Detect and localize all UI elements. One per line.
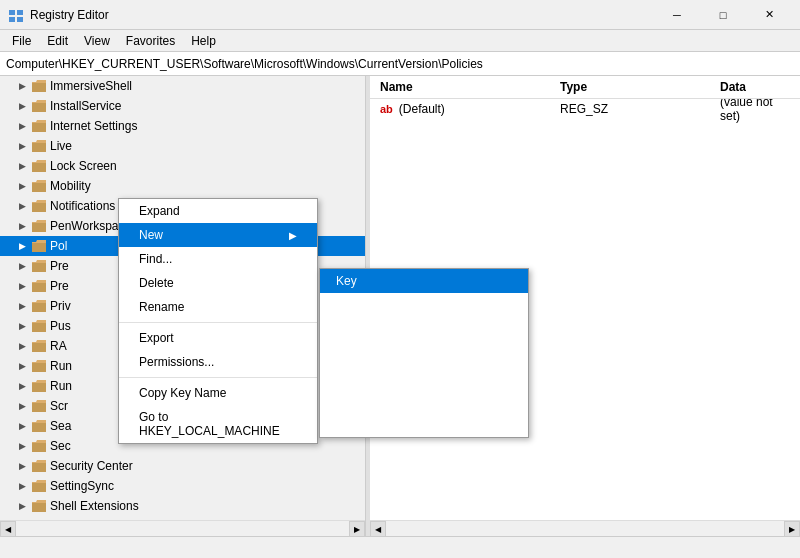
expand-icon: ▶ xyxy=(16,440,28,452)
svg-rect-1 xyxy=(17,10,23,15)
window-controls: ─ □ ✕ xyxy=(654,0,792,30)
scroll-track[interactable] xyxy=(16,521,349,536)
folder-icon xyxy=(31,138,47,154)
folder-icon xyxy=(31,378,47,394)
tree-item-live[interactable]: ▶ Live xyxy=(0,136,365,156)
folder-icon xyxy=(31,278,47,294)
ctx-goto-hklm[interactable]: Go to HKEY_LOCAL_MACHINE xyxy=(119,405,317,443)
expand-icon: ▶ xyxy=(16,380,28,392)
right-scroll-left[interactable]: ◀ xyxy=(370,521,386,536)
cell-type: REG_SZ xyxy=(550,100,710,118)
sub-expandable-value[interactable]: Expandable String Value xyxy=(320,413,528,437)
tree-label: Sea xyxy=(50,419,71,433)
submenu: Key String Value Binary Value DWORD (32-… xyxy=(319,268,529,438)
tree-label: RA xyxy=(50,339,67,353)
tree-label: Notifications xyxy=(50,199,115,213)
svg-rect-3 xyxy=(17,17,23,22)
scroll-left-btn[interactable]: ◀ xyxy=(0,521,16,537)
expand-icon: ▶ xyxy=(16,360,28,372)
close-btn[interactable]: ✕ xyxy=(746,0,792,30)
ctx-sep2 xyxy=(119,377,317,378)
right-scroll-right[interactable]: ▶ xyxy=(784,521,800,536)
menu-file[interactable]: File xyxy=(4,32,39,50)
ctx-export[interactable]: Export xyxy=(119,326,317,350)
tree-label: Run xyxy=(50,359,72,373)
ctx-delete[interactable]: Delete xyxy=(119,271,317,295)
tree-item-installservice[interactable]: ▶ InstallService xyxy=(0,96,365,116)
folder-icon xyxy=(31,98,47,114)
expand-icon: ▶ xyxy=(16,480,28,492)
svg-rect-0 xyxy=(9,10,15,15)
maximize-btn[interactable]: □ xyxy=(700,0,746,30)
col-data: Data xyxy=(710,78,800,96)
sub-qword-value[interactable]: QWORD (64-bit) Value xyxy=(320,365,528,389)
tree-label: Pol xyxy=(50,239,67,253)
menu-favorites[interactable]: Favorites xyxy=(118,32,183,50)
tree-label: Pre xyxy=(50,259,69,273)
folder-icon xyxy=(31,218,47,234)
menu-view[interactable]: View xyxy=(76,32,118,50)
ctx-rename[interactable]: Rename xyxy=(119,295,317,319)
folder-icon xyxy=(31,458,47,474)
registry-row-default[interactable]: ab (Default) REG_SZ (value not set) xyxy=(370,99,800,119)
menu-edit[interactable]: Edit xyxy=(39,32,76,50)
right-panel-header: Name Type Data xyxy=(370,76,800,99)
folder-icon xyxy=(31,478,47,494)
tree-item-settingsync[interactable]: ▶ SettingSync xyxy=(0,476,365,496)
window-title: Registry Editor xyxy=(30,8,654,22)
ctx-permissions[interactable]: Permissions... xyxy=(119,350,317,374)
expand-icon: ▶ xyxy=(16,260,28,272)
tree-label: Scr xyxy=(50,399,68,413)
expand-icon: ▶ xyxy=(16,420,28,432)
folder-icon xyxy=(31,418,47,434)
minimize-btn[interactable]: ─ xyxy=(654,0,700,30)
folder-icon xyxy=(31,238,47,254)
tree-item-shellextensions[interactable]: ▶ Shell Extensions xyxy=(0,496,365,516)
menu-help[interactable]: Help xyxy=(183,32,224,50)
tree-label: Run xyxy=(50,379,72,393)
tree-item-immersiveshell[interactable]: ▶ ImmersiveShell xyxy=(0,76,365,96)
tree-label: Mobility xyxy=(50,179,91,193)
expand-icon: ▶ xyxy=(16,320,28,332)
expand-icon: ▶ xyxy=(16,100,28,112)
cell-name: ab (Default) xyxy=(370,100,550,118)
right-panel-hscroll[interactable]: ◀ ▶ xyxy=(370,520,800,536)
folder-icon xyxy=(31,338,47,354)
folder-icon xyxy=(31,118,47,134)
folder-icon xyxy=(31,158,47,174)
folder-icon xyxy=(31,438,47,454)
ctx-copykey[interactable]: Copy Key Name xyxy=(119,381,317,405)
tree-label: SettingSync xyxy=(50,479,114,493)
tree-label: Pus xyxy=(50,319,71,333)
tree-hscroll[interactable]: ◀ ▶ xyxy=(0,520,365,536)
col-type: Type xyxy=(550,78,710,96)
tree-item-securitycenter[interactable]: ▶ Security Center xyxy=(0,456,365,476)
tree-label: Sec xyxy=(50,439,71,453)
sub-dword-value[interactable]: DWORD (32-bit) Value xyxy=(320,341,528,365)
tree-item-mobility[interactable]: ▶ Mobility xyxy=(0,176,365,196)
folder-icon xyxy=(31,298,47,314)
expand-icon: ▶ xyxy=(16,400,28,412)
sub-binary-value[interactable]: Binary Value xyxy=(320,317,528,341)
expand-icon: ▶ xyxy=(16,140,28,152)
expand-icon: ▶ xyxy=(16,300,28,312)
sub-string-value[interactable]: String Value xyxy=(320,293,528,317)
tree-item-internetsettings[interactable]: ▶ Internet Settings xyxy=(0,116,365,136)
col-name: Name xyxy=(370,78,550,96)
sub-multistring-value[interactable]: Multi-String Value xyxy=(320,389,528,413)
context-menu: Expand New ▶ Key String Value Binary Val… xyxy=(118,198,318,444)
ctx-expand[interactable]: Expand xyxy=(119,199,317,223)
expand-icon: ▶ xyxy=(16,120,28,132)
right-scroll-track[interactable] xyxy=(386,521,784,536)
ctx-new-label: New xyxy=(139,228,163,242)
expand-icon: ▶ xyxy=(16,200,28,212)
scroll-right-btn[interactable]: ▶ xyxy=(349,521,365,537)
sub-key[interactable]: Key xyxy=(320,269,528,293)
svg-rect-2 xyxy=(9,17,15,22)
folder-icon xyxy=(31,198,47,214)
cell-data: (value not set) xyxy=(710,99,800,125)
ctx-find[interactable]: Find... xyxy=(119,247,317,271)
tree-label: Internet Settings xyxy=(50,119,137,133)
tree-item-lockscreen[interactable]: ▶ Lock Screen xyxy=(0,156,365,176)
ctx-new[interactable]: New ▶ Key String Value Binary Value DWOR… xyxy=(119,223,317,247)
